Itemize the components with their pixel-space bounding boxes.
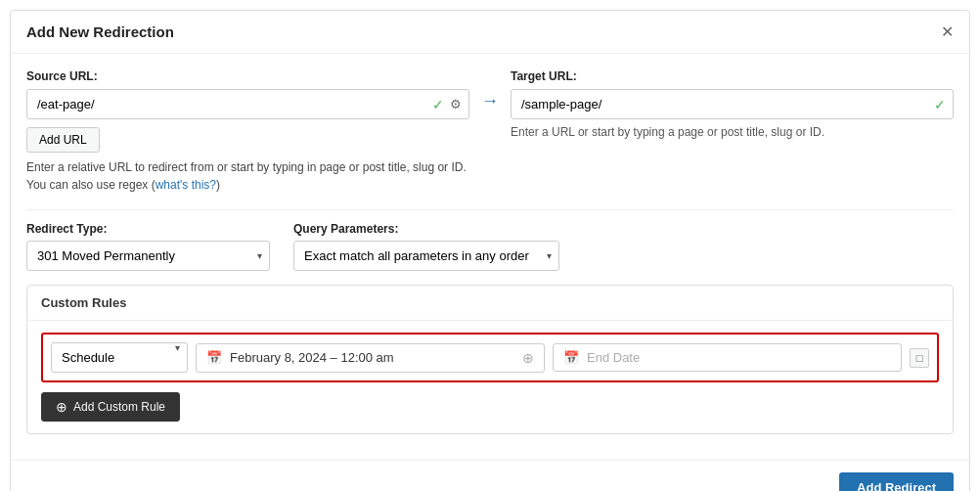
target-url-input-wrapper: ✓ — [511, 89, 954, 119]
source-url-input-wrapper: ✓ ⚙ — [26, 89, 469, 119]
panel-title: Add New Redirection — [26, 23, 174, 40]
source-input-icons: ✓ ⚙ — [432, 97, 462, 112]
start-date-calendar-icon: 📅 — [206, 350, 222, 365]
target-check-icon: ✓ — [934, 97, 946, 112]
source-description: Enter a relative URL to redirect from or… — [26, 158, 469, 194]
panel-body: Source URL: ✓ ⚙ Add URL Enter a relative… — [11, 54, 969, 450]
custom-rules-header: Custom Rules — [27, 286, 953, 321]
target-url-input[interactable] — [511, 89, 954, 119]
query-parameters-label: Query Parameters: — [293, 222, 559, 236]
options-row: Redirect Type: 301 Moved Permanently 302… — [26, 222, 954, 271]
query-parameters-group: Query Parameters: Exact match all parame… — [293, 222, 559, 271]
query-parameters-select[interactable]: Exact match all parameters in any order … — [293, 241, 559, 271]
target-input-icons: ✓ — [934, 97, 946, 112]
add-custom-rule-button[interactable]: ⊕ Add Custom Rule — [41, 392, 180, 422]
close-icon[interactable]: ✕ — [941, 22, 954, 41]
source-url-input[interactable] — [26, 89, 469, 119]
divider — [26, 209, 954, 210]
target-url-section: Target URL: ✓ Enter a URL or start by ty… — [511, 69, 954, 139]
url-row: Source URL: ✓ ⚙ Add URL Enter a relative… — [26, 69, 954, 198]
add-redirect-button[interactable]: Add Redirect — [839, 472, 954, 491]
redirect-type-group: Redirect Type: 301 Moved Permanently 302… — [26, 222, 270, 271]
end-date-calendar-icon: 📅 — [563, 350, 579, 365]
whats-this-link[interactable]: what's this? — [156, 178, 216, 192]
source-url-section: Source URL: ✓ ⚙ Add URL Enter a relative… — [26, 69, 469, 198]
start-date-field[interactable]: 📅 February 8, 2024 – 12:00 am ⊕ — [196, 343, 545, 373]
rule-type-select[interactable]: Schedule Login Status Role Browser Refer… — [51, 342, 188, 373]
add-url-button[interactable]: Add URL — [26, 127, 100, 153]
arrow-icon: → — [481, 91, 499, 112]
target-url-label: Target URL: — [511, 69, 954, 83]
add-new-redirection-panel: Add New Redirection ✕ Source URL: ✓ ⚙ Ad… — [10, 10, 970, 491]
start-date-value: February 8, 2024 – 12:00 am — [230, 350, 514, 365]
redirect-type-label: Redirect Type: — [26, 222, 270, 236]
redirect-type-select[interactable]: 301 Moved Permanently 302 Found 307 Temp… — [26, 241, 270, 271]
end-date-field[interactable]: 📅 End Date — [553, 343, 902, 372]
target-hint: Enter a URL or start by typing a page or… — [511, 125, 954, 139]
query-parameters-select-wrapper: Exact match all parameters in any order … — [293, 241, 559, 271]
description-line2: You can also use regex ( — [26, 178, 156, 192]
description-line1: Enter a relative URL to redirect from or… — [26, 160, 467, 174]
end-date-placeholder: End Date — [587, 350, 640, 365]
panel-footer: Add Redirect — [11, 460, 969, 491]
panel-header: Add New Redirection ✕ — [11, 11, 969, 54]
custom-rules-body: Schedule Login Status Role Browser Refer… — [27, 321, 953, 433]
source-url-label: Source URL: — [26, 69, 469, 83]
source-gear-icon[interactable]: ⚙ — [450, 97, 462, 112]
rule-row: Schedule Login Status Role Browser Refer… — [41, 333, 939, 382]
redirect-type-select-wrapper: 301 Moved Permanently 302 Found 307 Temp… — [26, 241, 270, 271]
rule-type-select-wrapper: Schedule Login Status Role Browser Refer… — [51, 342, 188, 373]
custom-rules-section: Custom Rules Schedule Login Status Role … — [26, 285, 954, 434]
rule-delete-button[interactable]: □ — [910, 348, 929, 368]
rule-delete-icon: □ — [916, 352, 923, 364]
add-custom-rule-plus-icon: ⊕ — [56, 399, 67, 415]
source-check-icon: ✓ — [432, 97, 444, 112]
description-line2-end: ) — [216, 178, 220, 192]
start-date-clear-icon[interactable]: ⊕ — [522, 350, 534, 366]
add-custom-rule-label: Add Custom Rule — [73, 400, 165, 414]
